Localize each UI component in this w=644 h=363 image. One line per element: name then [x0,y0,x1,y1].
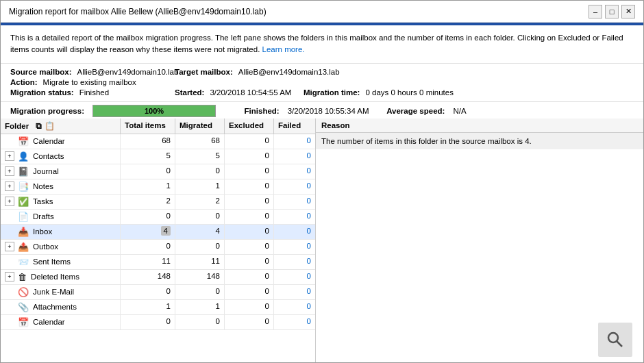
folder-name-cell: + ✅ Tasks [1,195,121,209]
expand-button[interactable]: + [5,182,14,191]
folder-icon: 📨 [18,257,29,267]
folder-label: Calendar [33,137,65,145]
failed-cell[interactable]: 0 [274,195,315,209]
expand-button[interactable]: + [5,197,14,206]
folder-name-cell: 📥 Inbox [1,225,121,239]
folder-name-cell: 📄 Drafts [1,210,121,224]
failed-cell[interactable]: 0 [274,255,315,269]
folder-name-cell: 📅 Calendar [1,134,121,149]
table-row[interactable]: + 📑 Notes 1 1 0 0 [1,179,315,195]
title-bar: Migration report for mailbox Allie Belle… [1,1,643,23]
folder-label: Journal [33,167,59,175]
failed-cell[interactable]: 0 [274,149,315,164]
maximize-button[interactable]: □ [605,5,619,18]
table-row[interactable]: 📄 Drafts 0 0 0 0 [1,210,315,225]
excluded-cell: 0 [225,225,274,239]
folder-icon: ✅ [18,197,29,207]
main-window: Migration report for mailbox Allie Belle… [0,0,644,363]
table-row[interactable]: 📎 Attachments 1 1 0 0 [1,300,315,315]
expand-button[interactable]: + [5,242,14,251]
finished-label: Finished: [245,107,280,115]
table-row[interactable]: + ✅ Tasks 2 2 0 0 [1,195,315,210]
folder-icon: 📑 [18,182,29,192]
failed-cell[interactable]: 0 [274,179,315,194]
window-controls: – □ ✕ [589,5,635,18]
action-value: Migrate to existing mailbox [43,78,136,86]
folder-label: Sent Items [33,258,71,266]
folder-label: Notes [33,182,53,190]
excluded-cell: 0 [225,149,274,164]
migrated-cell: 1 [175,179,225,194]
failed-cell[interactable]: 0 [274,225,315,239]
window-title: Migration report for mailbox Allie Belle… [9,7,267,16]
folder-header-cell: Folder ⧉ 📋 [1,118,121,134]
excluded-cell: 0 [225,255,274,269]
excluded-cell: 0 [225,210,274,224]
search-icon [606,330,625,349]
failed-cell[interactable]: 0 [274,315,315,329]
table-row[interactable]: + 📓 Journal 0 0 0 0 [1,164,315,179]
copy-icon[interactable]: ⧉ [36,121,42,131]
folder-label: Tasks [33,197,53,205]
failed-cell[interactable]: 0 [274,134,315,149]
folder-name-cell: + 📑 Notes [1,179,121,194]
table-row[interactable]: 🚫 Junk E-Mail 0 0 0 0 [1,285,315,300]
excluded-cell: 0 [225,134,274,149]
expand-button[interactable]: + [5,151,14,161]
failed-cell[interactable]: 0 [274,300,315,314]
table-row[interactable]: 📨 Sent Items 11 11 0 0 [1,255,315,270]
folder-icon: 📎 [18,302,29,312]
progress-bar: 100% [92,105,216,117]
source-value: AllieB@env149domain10.lab [77,68,178,76]
finished-value: 3/20/2018 10:55:34 AM [288,107,369,115]
migration-time-label: Migration time: [304,88,360,97]
migrated-cell: 2 [175,195,225,209]
table-row[interactable]: 📅 Calendar 0 0 0 0 [1,315,315,330]
export-icon[interactable]: 📋 [45,121,55,131]
expand-button[interactable]: + [5,272,14,281]
learn-more-link[interactable]: Learn more. [262,45,305,53]
total-items-cell: 68 [121,134,175,149]
total-items-cell: 2 [121,195,175,209]
folder-table-body: 📅 Calendar 68 68 0 0 + 👤 Contacts 5 5 0 … [1,134,315,363]
total-items-header: Total items [121,118,175,134]
folder-name-cell: + 👤 Contacts [1,149,121,164]
folder-label: Drafts [33,212,54,221]
total-items-cell: 11 [121,255,175,269]
source-label: Source mailbox: [10,68,71,76]
migrated-cell: 4 [175,225,225,239]
info-text: This is a detailed report of the mailbox… [10,34,623,53]
migrated-cell: 0 [175,285,225,299]
total-items-cell: 0 [121,240,175,254]
folder-icon: 📓 [18,166,29,177]
folder-name-cell: 📅 Calendar [1,315,121,329]
expand-button[interactable]: + [5,166,14,176]
started-label: Started: [175,88,204,97]
table-row[interactable]: + 📤 Outbox 0 0 0 0 [1,240,315,255]
failed-cell[interactable]: 0 [274,285,315,299]
folder-icon: 📥 [18,227,29,237]
left-pane: Folder ⧉ 📋 Total items Migrated Excluded… [1,118,316,363]
migrated-cell: 148 [175,270,225,284]
minimize-button[interactable]: – [589,5,602,18]
details-section: Source mailbox: AllieB@env149domain10.la… [1,64,643,102]
excluded-cell: 0 [225,285,274,299]
failed-cell[interactable]: 0 [274,210,315,224]
folder-col-label: Folder [5,122,29,130]
close-button[interactable]: ✕ [621,5,635,18]
failed-cell[interactable]: 0 [274,164,315,179]
table-row[interactable]: 📅 Calendar 68 68 0 0 [1,134,315,149]
table-row[interactable]: + 🗑 Deleted Items 148 148 0 0 [1,270,315,285]
total-items-cell: 4 [121,225,175,239]
reason-header: Reason [316,118,643,133]
search-button[interactable] [598,323,632,357]
failed-cell[interactable]: 0 [274,270,315,284]
table-row[interactable]: + 👤 Contacts 5 5 0 0 [1,149,315,164]
svg-point-0 [608,333,618,342]
failed-cell[interactable]: 0 [274,240,315,254]
folder-name-cell: + 📤 Outbox [1,240,121,254]
table-row[interactable]: 📥 Inbox 4 4 0 0 [1,225,315,240]
action-label: Action: [10,78,38,86]
folder-label: Inbox [33,227,52,236]
folder-label: Contacts [33,152,64,160]
